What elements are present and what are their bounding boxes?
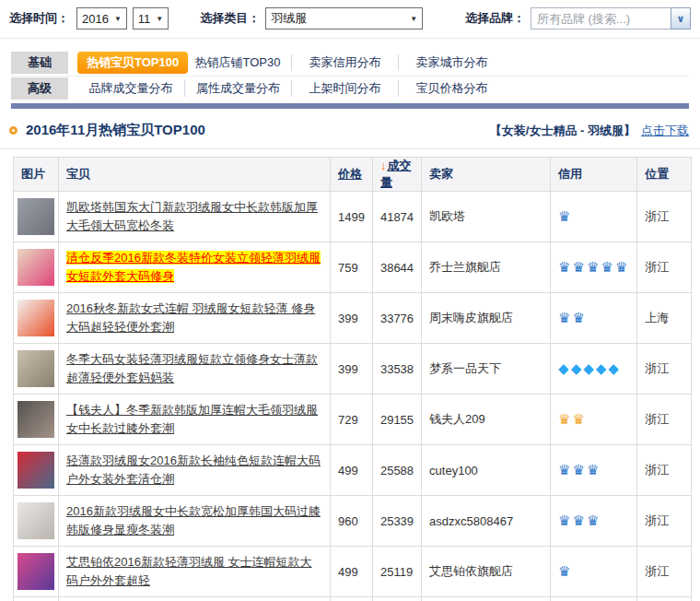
crown-icon: ♛ — [558, 513, 570, 528]
diamond-icon: ◆ — [558, 360, 569, 376]
seller-name — [422, 597, 551, 601]
crown-icon: ♛ — [601, 259, 612, 275]
sales-value: 25119 — [372, 547, 421, 597]
location-value: 浙江 — [637, 547, 692, 597]
top100-table: 图片 宝贝 价格 ↓成交量 卖家 信用 位置 凯欧塔韩国东大门新款羽绒服女中长款… — [13, 157, 692, 601]
table-header-row: 图片 宝贝 价格 ↓成交量 卖家 信用 位置 — [14, 158, 692, 192]
year-select-value: 2016 — [82, 12, 109, 26]
seller-name: asdzxc5808467 — [422, 496, 551, 547]
table-row: 冬季大码女装轻薄羽绒服短款立领修身女士薄款超薄轻便外套妈妈装 399 33538… — [14, 344, 692, 395]
product-title-link[interactable]: 凯欧塔韩国东大门新款羽绒服女中长款韩版加厚大毛领大码宽松冬装 — [66, 200, 318, 232]
seller-name: cutey100 — [422, 445, 551, 496]
sales-value: 33776 — [372, 293, 421, 344]
crown-icon: ♛ — [558, 208, 570, 224]
crown-icon: ♛ — [558, 259, 570, 275]
product-thumbnail[interactable] — [18, 249, 54, 286]
chevron-down-icon: ∨ — [677, 13, 685, 25]
brand-filter-label: 选择品牌： — [465, 10, 525, 27]
filter-bar: 选择时间： 2016 ▼ 11 ▼ 选择类目： 羽绒服 ▼ 选择品牌： ∨ — [0, 0, 700, 39]
credit-icons: ♛♛ — [551, 395, 637, 445]
product-title-link[interactable]: 2016新款羽绒服女中长款宽松加厚韩国大码过膝韩版修身显瘦冬装潮 — [66, 504, 321, 536]
crown-icon: ♛ — [587, 259, 599, 275]
product-title-link[interactable]: 【钱夫人】冬季新款韩版加厚连帽大毛领羽绒服女中长款过膝外套潮 — [66, 403, 318, 435]
seller-name: 凯欧塔 — [422, 192, 551, 242]
tab-attribute-volume-distribution[interactable]: 属性成交量分布 — [184, 80, 291, 97]
crown-icon: ♛ — [573, 513, 585, 528]
sales-value: 41874 — [372, 192, 421, 242]
table-row: 2016新款羽绒服女中长款宽松加厚韩国大码过膝韩版修身显瘦冬装潮 960 253… — [14, 496, 692, 547]
price-value: 499 — [331, 445, 373, 496]
caret-down-icon: ▼ — [114, 15, 122, 23]
product-title-link[interactable]: 2016秋冬新款女式连帽 羽绒服女短款轻薄 修身大码超轻轻便外套潮 — [66, 301, 315, 334]
location-value: 浙江 — [637, 395, 692, 445]
product-thumbnail[interactable] — [18, 350, 54, 387]
category-filter-label: 选择类目： — [200, 10, 260, 27]
header-image: 图片 — [14, 158, 59, 192]
credit-icons: ♛♛♛ — [551, 496, 637, 547]
product-title-link[interactable]: 轻薄款羽绒服女2016新款长袖纯色短款连帽大码户外女装外套清仓潮 — [66, 454, 321, 486]
category-select-value: 羽绒服 — [271, 10, 307, 27]
product-thumbnail[interactable] — [18, 452, 54, 489]
location-value: 浙江 — [637, 496, 692, 547]
diamond-icon: ◆ — [571, 360, 582, 376]
price-value: 399 — [331, 293, 373, 344]
header-location: 位置 — [637, 158, 692, 192]
product-thumbnail[interactable] — [18, 300, 54, 336]
crown-icon: ♛ — [587, 513, 599, 528]
location-value — [637, 597, 692, 601]
header-sales-sort: ↓成交量 — [372, 158, 421, 192]
sales-value: 38644 — [372, 242, 421, 293]
caret-down-icon: ▼ — [156, 15, 163, 23]
location-value: 浙江 — [637, 344, 692, 395]
credit-icons: ♛ — [551, 547, 637, 597]
crown-icon: ♛ — [573, 310, 585, 325]
credit-icons: ♛♛♛♛♛ — [551, 242, 637, 293]
tab-listing-time-distribution[interactable]: 上架时间分布 — [291, 80, 398, 97]
download-link[interactable]: 点击下载 — [641, 123, 689, 139]
product-thumbnail[interactable] — [18, 198, 54, 235]
crown-icon: ♛ — [558, 563, 570, 579]
tab-seller-city-distribution[interactable]: 卖家城市分布 — [398, 54, 505, 71]
credit-icons: ♛ — [551, 192, 637, 242]
tab-group-basic-label: 基础 — [11, 52, 68, 74]
diamond-icon: ◆ — [596, 360, 607, 376]
table-row: 2016秋冬新款女式连帽 羽绒服女短款轻薄 修身大码超轻轻便外套潮 399 33… — [14, 293, 692, 344]
product-title-link[interactable]: 清仓反季2016新款冬装特价女装立领轻薄羽绒服女短款外套大码修身 — [66, 251, 321, 283]
tab-seller-credit-distribution[interactable]: 卖家信用分布 — [291, 54, 398, 71]
product-thumbnail[interactable] — [18, 502, 54, 539]
location-value: 上海 — [637, 293, 692, 344]
price-value: 729 — [331, 395, 373, 445]
table-row: 清仓反季2016新款冬装特价女装立领轻薄羽绒服女短款外套大码修身 759 386… — [14, 242, 692, 293]
category-select[interactable]: 羽绒服 ▼ — [265, 7, 423, 29]
seller-name: 梦系一品天下 — [422, 344, 551, 395]
product-title-link[interactable]: 艾思铂依2016新款轻薄羽绒服 女士连帽短款大码户外外套超轻 — [66, 555, 312, 587]
table-row: 【钱夫人】冬季新款韩版加厚连帽大毛领羽绒服女中长款过膝外套潮 729 29155… — [14, 395, 692, 445]
sort-desc-icon: ↓ — [380, 159, 387, 172]
month-select[interactable]: 11 ▼ — [133, 7, 169, 29]
diamond-icon: ◆ — [583, 360, 594, 376]
credit-icons: ♛♛ — [551, 597, 637, 601]
brand-dropdown-button[interactable]: ∨ — [671, 7, 691, 29]
seller-name: 乔士兰旗舰店 — [422, 242, 551, 293]
product-title-link[interactable]: 冬季大码女装轻薄羽绒服短款立领修身女士薄款超薄轻便外套妈妈装 — [66, 352, 318, 384]
tab-hot-shops-top30[interactable]: 热销店铺TOP30 — [184, 54, 291, 71]
tab-hot-items-top100[interactable]: 热销宝贝TOP100 — [77, 52, 184, 74]
location-value: 浙江 — [637, 445, 692, 496]
crown-icon: ♛ — [573, 462, 585, 477]
header-price-sort: 价格 — [331, 158, 373, 192]
sales-value: 25339 — [372, 496, 421, 547]
header-credit: 信用 — [551, 158, 637, 192]
sales-value: 29155 — [372, 395, 421, 445]
tab-item-price-distribution[interactable]: 宝贝价格分布 — [398, 80, 505, 97]
table-row: 艾思铂依2016新款轻薄羽绒服 女士连帽短款大码户外外套超轻 499 25119… — [14, 547, 692, 597]
crown-icon: ♛ — [558, 462, 570, 477]
price-sort-link[interactable]: 价格 — [338, 167, 362, 181]
tab-brand-volume-distribution[interactable]: 品牌成交量分布 — [77, 80, 184, 97]
brand-search-input[interactable] — [531, 7, 671, 29]
product-thumbnail[interactable] — [18, 553, 54, 590]
year-select[interactable]: 2016 ▼ — [76, 7, 127, 29]
seller-name: 周末嗨皮旗舰店 — [422, 293, 551, 344]
orange-bullet-icon — [9, 126, 18, 135]
crown-icon: ♛ — [558, 310, 570, 325]
product-thumbnail[interactable] — [18, 401, 54, 438]
